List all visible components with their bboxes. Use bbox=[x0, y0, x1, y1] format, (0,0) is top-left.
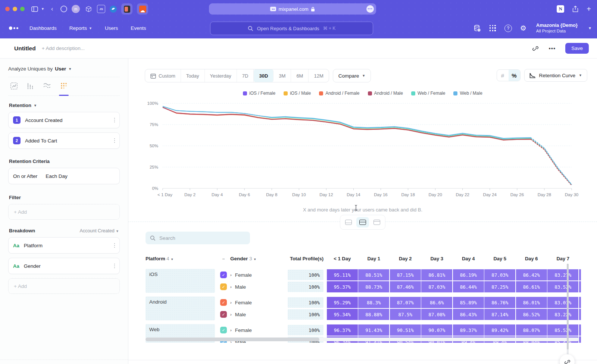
retention-value-cell[interactable]: 90.51% bbox=[390, 324, 421, 336]
retention-value-cell[interactable]: 95.37% bbox=[327, 281, 358, 292]
column-header-day7[interactable]: Day 7 bbox=[547, 256, 579, 261]
nav-item-events[interactable]: Events bbox=[131, 25, 146, 31]
horizontal-scrollbar[interactable] bbox=[146, 338, 579, 341]
extension-cube-icon[interactable] bbox=[84, 5, 93, 13]
column-header-day2[interactable]: Day 2 bbox=[390, 256, 421, 261]
date-range-6m[interactable]: 6M bbox=[291, 69, 309, 82]
add-description[interactable]: + Add description... bbox=[42, 46, 85, 51]
nav-item-reports[interactable]: Reports▼ bbox=[69, 25, 92, 31]
retention-value-cell[interactable]: 87.5% bbox=[390, 309, 421, 320]
retention-value-cell[interactable]: 96.37% bbox=[327, 324, 358, 336]
retention-value-cell[interactable]: 86.81% bbox=[421, 269, 452, 280]
retention-value-cell[interactable]: 83.22% bbox=[547, 309, 578, 320]
date-range-12m[interactable]: 12M bbox=[309, 69, 328, 82]
column-header-day5[interactable]: Day 5 bbox=[484, 256, 516, 261]
extension-red-icon[interactable] bbox=[121, 3, 132, 15]
table-search-input[interactable]: Search bbox=[146, 232, 250, 244]
analyze-uniques-row[interactable]: Analyze Uniques by User ▼ bbox=[8, 59, 120, 77]
retention-value-cell[interactable]: 87.03% bbox=[421, 281, 452, 292]
breakdown-property-card[interactable]: AaPlatform bbox=[8, 237, 120, 254]
share-link-button[interactable] bbox=[560, 354, 575, 364]
breakdown-property-card[interactable]: AaGender bbox=[8, 258, 120, 274]
back-icon[interactable]: ‹ bbox=[51, 6, 53, 12]
retention-value-cell[interactable]: 83.27% bbox=[547, 269, 578, 280]
project-switcher[interactable]: Amazonia {Demo} All Project Data bbox=[536, 22, 578, 34]
retention-section-label[interactable]: Retention ▼ bbox=[9, 103, 119, 108]
series-checkbox[interactable]: ✓ bbox=[220, 327, 227, 333]
series-checkbox[interactable]: ✓ bbox=[220, 311, 227, 318]
site-settings-icon[interactable]: ••• bbox=[366, 5, 374, 13]
zoom-window-button[interactable] bbox=[20, 7, 25, 11]
criteria-on-or-after[interactable]: On or After bbox=[13, 173, 37, 179]
global-search-button[interactable]: Open Reports & Dashboards ⌘ + K bbox=[210, 22, 373, 35]
legend-item[interactable]: iOS / Female bbox=[243, 91, 275, 96]
tab-flows[interactable] bbox=[43, 82, 51, 95]
minimize-window-button[interactable] bbox=[13, 7, 17, 11]
column-header-day1[interactable]: Day 1 bbox=[358, 256, 390, 261]
extension-globe-icon[interactable] bbox=[110, 6, 117, 13]
legend-item[interactable]: Android / Male bbox=[368, 91, 403, 96]
retention-value-cell[interactable]: 83.52% bbox=[547, 281, 578, 292]
retention-value-cell[interactable]: 87.25% bbox=[484, 281, 515, 292]
apps-grid-icon[interactable] bbox=[490, 25, 496, 32]
retention-value-cell[interactable]: 88.3% bbox=[358, 297, 389, 308]
retention-value-cell[interactable]: 95.34% bbox=[327, 309, 358, 320]
kebab-menu-icon[interactable] bbox=[114, 137, 115, 144]
retention-value-cell[interactable]: 86.01% bbox=[516, 297, 547, 308]
absolute-values-button[interactable]: # bbox=[497, 70, 509, 81]
expand-chevron-icon[interactable]: › bbox=[230, 273, 232, 277]
retention-value-cell[interactable]: 95.29% bbox=[327, 297, 358, 308]
retention-value-cell[interactable]: 87.03% bbox=[484, 269, 515, 280]
breakdown-scope-selector[interactable]: Account Created ▼ bbox=[79, 228, 119, 233]
series-checkbox[interactable]: ✓ bbox=[220, 272, 227, 278]
retention-value-cell[interactable]: 86.42% bbox=[516, 269, 547, 280]
date-range-3m[interactable]: 3M bbox=[274, 69, 291, 82]
series-checkbox[interactable]: ✓ bbox=[220, 299, 227, 306]
tab-insights[interactable] bbox=[10, 82, 18, 95]
analyze-value[interactable]: User bbox=[55, 66, 66, 72]
new-tab-icon[interactable]: + bbox=[587, 5, 591, 13]
column-header-day0[interactable]: < 1 Day bbox=[326, 256, 358, 261]
chevron-down-icon[interactable]: ▼ bbox=[41, 7, 44, 11]
table-only-toggle[interactable] bbox=[371, 217, 383, 228]
retention-value-cell[interactable]: 87.15% bbox=[390, 269, 421, 280]
date-range-today[interactable]: Today bbox=[181, 69, 205, 82]
retention-value-cell[interactable]: 87.14% bbox=[484, 309, 515, 320]
nav-item-dashboards[interactable]: Dashboards bbox=[29, 25, 57, 31]
retention-value-cell[interactable]: 86.61% bbox=[516, 281, 547, 292]
retention-value-cell[interactable]: 86.19% bbox=[453, 269, 484, 280]
extension-js-icon[interactable]: JS bbox=[97, 5, 105, 13]
notion-extension-icon[interactable]: N bbox=[557, 5, 564, 13]
tab-retention[interactable] bbox=[60, 82, 67, 95]
close-window-button[interactable] bbox=[5, 7, 10, 11]
extension-ring-icon[interactable] bbox=[60, 6, 67, 12]
platform-cell[interactable]: Android bbox=[146, 296, 215, 320]
retention-value-cell[interactable]: 86.44% bbox=[453, 281, 484, 292]
sidebar-toggle-icon[interactable] bbox=[31, 6, 38, 12]
vertical-scrollbar[interactable] bbox=[567, 264, 569, 364]
expand-chevron-icon[interactable]: › bbox=[230, 312, 232, 317]
retention-value-cell[interactable]: 86.43% bbox=[453, 309, 484, 320]
filter-add-button[interactable]: + Add bbox=[8, 204, 120, 220]
retention-value-cell[interactable]: 88.07% bbox=[516, 324, 547, 336]
date-range-custom[interactable]: Custom bbox=[145, 69, 181, 82]
retention-value-cell[interactable]: 87.07% bbox=[390, 297, 421, 308]
retention-value-cell[interactable]: 88.51% bbox=[358, 269, 389, 280]
help-icon[interactable]: ? bbox=[504, 25, 512, 32]
tab-funnels[interactable] bbox=[27, 82, 34, 95]
mixpanel-logo[interactable] bbox=[9, 26, 18, 30]
retention-value-cell[interactable]: 89.42% bbox=[484, 324, 515, 336]
retention-value-cell[interactable]: 86.76% bbox=[484, 297, 515, 308]
kebab-menu-icon[interactable] bbox=[114, 263, 115, 269]
kebab-menu-icon[interactable] bbox=[114, 242, 115, 249]
settings-gear-icon[interactable]: ⚙ bbox=[520, 24, 526, 32]
percent-values-button[interactable]: % bbox=[509, 70, 520, 81]
indeterminate-checkbox-icon[interactable]: – bbox=[220, 255, 227, 262]
report-title[interactable]: Untitled bbox=[14, 45, 36, 52]
kebab-menu-icon[interactable] bbox=[114, 117, 115, 123]
retention-value-cell[interactable]: 95.11% bbox=[327, 269, 358, 280]
chart-only-toggle[interactable] bbox=[342, 217, 355, 228]
share-icon[interactable] bbox=[572, 6, 578, 12]
date-range-7d[interactable]: 7D bbox=[237, 69, 254, 82]
retention-value-cell[interactable]: 86.6% bbox=[421, 297, 452, 308]
